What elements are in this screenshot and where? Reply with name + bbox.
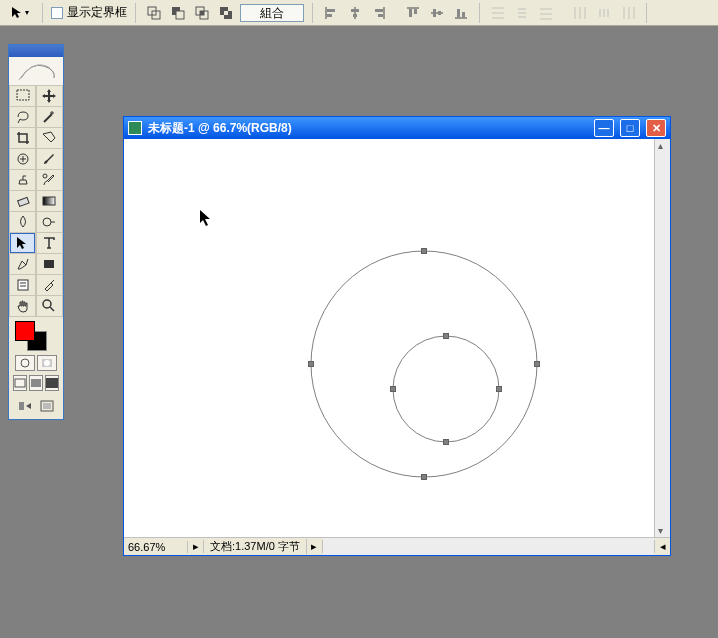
svg-rect-33 bbox=[518, 16, 526, 18]
vertical-scrollbar[interactable] bbox=[654, 139, 670, 537]
svg-point-68 bbox=[311, 251, 537, 477]
distribute-bottom-button bbox=[536, 3, 556, 23]
svg-line-58 bbox=[50, 307, 54, 311]
tool-lasso[interactable] bbox=[10, 107, 35, 127]
svg-point-59 bbox=[21, 359, 29, 367]
tool-type[interactable] bbox=[37, 233, 62, 253]
selection-handle[interactable] bbox=[308, 361, 314, 367]
svg-rect-62 bbox=[15, 379, 25, 387]
standard-mode-button[interactable] bbox=[15, 355, 35, 371]
arrow-cursor-icon bbox=[11, 6, 23, 20]
svg-point-51 bbox=[43, 218, 51, 226]
svg-point-61 bbox=[44, 360, 50, 366]
tool-clone-stamp[interactable] bbox=[10, 170, 35, 190]
pathfinder-exclude-button[interactable] bbox=[216, 3, 236, 23]
tool-grid bbox=[9, 85, 63, 317]
align-right-button[interactable] bbox=[369, 3, 389, 23]
distribute-left-button bbox=[570, 3, 590, 23]
tool-eyedropper[interactable] bbox=[37, 275, 62, 295]
svg-rect-14 bbox=[351, 9, 359, 12]
zoom-display[interactable]: 66.67% bbox=[124, 541, 188, 553]
tool-zoom[interactable] bbox=[37, 296, 62, 316]
hscroll-left-button[interactable]: ▸ bbox=[307, 540, 323, 553]
minimize-button[interactable]: — bbox=[594, 119, 614, 137]
tool-brush[interactable] bbox=[37, 149, 62, 169]
tool-slice[interactable] bbox=[37, 128, 62, 148]
selection-handle[interactable] bbox=[443, 333, 449, 339]
jump-to-button[interactable] bbox=[37, 397, 57, 415]
selection-handle[interactable] bbox=[496, 386, 502, 392]
tool-gradient[interactable] bbox=[37, 191, 62, 211]
svg-rect-3 bbox=[176, 11, 184, 19]
svg-rect-26 bbox=[457, 9, 460, 17]
align-vcenter-button[interactable] bbox=[427, 3, 447, 23]
svg-rect-32 bbox=[518, 12, 526, 14]
tool-shape[interactable] bbox=[37, 254, 62, 274]
align-hcenter-button[interactable] bbox=[345, 3, 365, 23]
document-body bbox=[124, 139, 670, 537]
align-top-button[interactable] bbox=[403, 3, 423, 23]
screen-full-button[interactable] bbox=[45, 375, 59, 391]
svg-rect-42 bbox=[607, 9, 609, 17]
tool-eraser[interactable] bbox=[10, 191, 35, 211]
selection-handle[interactable] bbox=[534, 361, 540, 367]
pathfinder-subtract-button[interactable] bbox=[168, 3, 188, 23]
tool-healing-brush[interactable] bbox=[10, 149, 35, 169]
distribute-top-button bbox=[488, 3, 508, 23]
svg-rect-18 bbox=[378, 14, 383, 17]
edit-in-imageready-button[interactable] bbox=[15, 397, 35, 415]
selection-handle[interactable] bbox=[443, 439, 449, 445]
align-bottom-button[interactable] bbox=[451, 3, 471, 23]
align-left-button[interactable] bbox=[321, 3, 341, 23]
tool-magic-wand[interactable] bbox=[37, 107, 62, 127]
pathfinder-add-button[interactable] bbox=[144, 3, 164, 23]
show-bounding-box-label: 显示定界框 bbox=[67, 4, 127, 21]
svg-rect-24 bbox=[438, 11, 441, 15]
quickmask-mode-button[interactable] bbox=[37, 355, 57, 371]
app-logo bbox=[9, 57, 63, 85]
tool-notes[interactable] bbox=[10, 275, 35, 295]
distribute-vcenter-button bbox=[512, 3, 532, 23]
toolbox-titlebar[interactable] bbox=[9, 45, 63, 57]
jump-row bbox=[9, 393, 63, 419]
svg-rect-27 bbox=[462, 12, 465, 17]
foreground-color-swatch[interactable] bbox=[15, 321, 35, 341]
tool-marquee[interactable] bbox=[10, 86, 35, 106]
separator bbox=[646, 3, 647, 23]
svg-rect-17 bbox=[375, 9, 383, 12]
tool-dodge[interactable] bbox=[37, 212, 62, 232]
maximize-button[interactable]: □ bbox=[620, 119, 640, 137]
svg-rect-54 bbox=[18, 280, 28, 290]
combine-button[interactable]: 組合 bbox=[240, 4, 304, 22]
tool-pen[interactable] bbox=[10, 254, 35, 274]
tool-preset-picker[interactable]: ▾ bbox=[6, 3, 34, 23]
svg-rect-31 bbox=[518, 8, 526, 10]
tool-hand[interactable] bbox=[10, 296, 35, 316]
svg-rect-11 bbox=[327, 9, 335, 12]
status-menu-button[interactable]: ▸ bbox=[188, 540, 204, 553]
show-bounding-box-checkbox[interactable] bbox=[51, 7, 63, 19]
hscroll-right-button[interactable]: ◂ bbox=[654, 540, 670, 553]
tool-move[interactable] bbox=[37, 86, 62, 106]
tool-crop[interactable] bbox=[10, 128, 35, 148]
document-titlebar[interactable]: 未标题-1 @ 66.7%(RGB/8) — □ ✕ bbox=[124, 117, 670, 139]
separator bbox=[312, 3, 313, 23]
horizontal-scrollbar[interactable] bbox=[323, 538, 654, 555]
canvas[interactable] bbox=[124, 139, 654, 537]
pathfinder-intersect-button[interactable] bbox=[192, 3, 212, 23]
selection-handle[interactable] bbox=[390, 386, 396, 392]
svg-rect-64 bbox=[46, 378, 58, 388]
svg-point-57 bbox=[43, 300, 51, 308]
tool-path-select[interactable] bbox=[10, 233, 35, 253]
close-button[interactable]: ✕ bbox=[646, 119, 666, 137]
selection-handle[interactable] bbox=[421, 248, 427, 254]
svg-rect-50 bbox=[43, 197, 55, 205]
screen-standard-button[interactable] bbox=[13, 375, 27, 391]
screen-mode-row bbox=[9, 373, 63, 393]
selection-handle[interactable] bbox=[421, 474, 427, 480]
tool-history-brush[interactable] bbox=[37, 170, 62, 190]
screen-menubar-button[interactable] bbox=[29, 375, 43, 391]
tool-blur[interactable] bbox=[10, 212, 35, 232]
document-icon bbox=[128, 121, 142, 135]
svg-rect-67 bbox=[43, 403, 51, 409]
